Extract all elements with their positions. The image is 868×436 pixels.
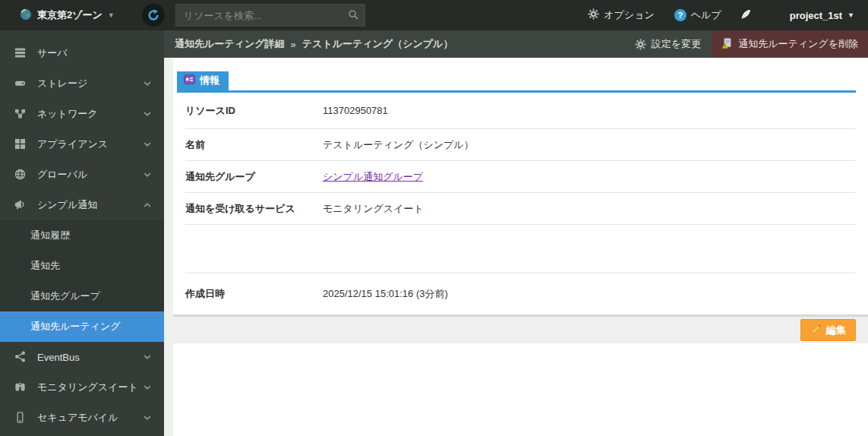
sidebar-item[interactable]: グローバル bbox=[0, 160, 164, 190]
table-spacer-row bbox=[185, 225, 856, 273]
zone-label: 東京第2ゾーン bbox=[37, 8, 103, 22]
row-value: モニタリングスイート bbox=[323, 202, 424, 216]
sidebar-item[interactable]: EventBus bbox=[0, 342, 164, 372]
search-input[interactable] bbox=[175, 4, 365, 27]
edit-button-label: 編集 bbox=[826, 324, 846, 337]
sidebar-item[interactable]: シンプル通知 bbox=[0, 190, 164, 220]
share-icon bbox=[14, 351, 27, 363]
sidebar-subitem[interactable]: 通知先ルーティング bbox=[0, 311, 164, 342]
breadcrumb: 通知先ルーティング詳細 » テストルーティング（シンプル） bbox=[164, 37, 453, 51]
pencil-icon bbox=[810, 324, 822, 337]
zone-selector[interactable]: 東京第2ゾーン ▼ bbox=[20, 8, 115, 23]
sidebar-subitem-label: 通知履歴 bbox=[30, 229, 70, 242]
breadcrumb-separator: » bbox=[291, 39, 296, 50]
mobile-icon bbox=[14, 412, 27, 424]
content-gutter bbox=[164, 58, 173, 436]
breadcrumb-sub: テストルーティング（シンプル） bbox=[302, 37, 453, 51]
row-value: テストルーティング（シンプル） bbox=[323, 138, 474, 152]
footer-bar: 編集 bbox=[173, 314, 868, 343]
sidebar-item-label: EventBus bbox=[37, 352, 143, 363]
search-box bbox=[175, 4, 365, 27]
zone-globe-icon bbox=[20, 8, 32, 23]
chevron-down-icon bbox=[143, 352, 152, 362]
delete-warning-icon bbox=[721, 37, 733, 52]
tab-info-label: 情報 bbox=[200, 74, 219, 87]
table-row: 通知先グループシンプル通知グループ bbox=[185, 161, 856, 193]
sidebar-item-label: シンプル通知 bbox=[37, 198, 143, 212]
sidebar-item-label: モニタリングスイート bbox=[37, 381, 143, 394]
project-selector[interactable]: project_1st ▼ bbox=[790, 10, 854, 21]
options-button[interactable]: オプション bbox=[582, 8, 661, 22]
sidebar-subitem[interactable]: 通知先グループ bbox=[0, 281, 164, 311]
sidebar-item[interactable]: サーバ bbox=[0, 38, 164, 68]
chevron-down-icon bbox=[143, 413, 152, 422]
edit-button[interactable]: 編集 bbox=[800, 319, 856, 341]
help-button[interactable]: ? ヘルプ bbox=[668, 8, 728, 22]
sidebar-item-label: アプライアンス bbox=[37, 137, 143, 151]
sidebar-item[interactable]: セキュアモバイル bbox=[0, 403, 164, 433]
binoculars-icon bbox=[14, 381, 27, 393]
row-label: 名前 bbox=[185, 138, 323, 152]
change-settings-button[interactable]: 設定を変更 bbox=[624, 30, 712, 58]
table-row: 作成日時2025/12/15 15:01:16 (3分前) bbox=[185, 273, 856, 314]
table-row: 名前テストルーティング（シンプル） bbox=[185, 129, 856, 161]
chevron-up-icon bbox=[143, 201, 152, 210]
sidebar-item[interactable]: ネットワーク bbox=[0, 99, 164, 129]
feather-icon[interactable] bbox=[740, 8, 752, 23]
sidebar-item[interactable]: アプライアンス bbox=[0, 129, 164, 160]
row-label: 作成日時 bbox=[185, 287, 323, 301]
network-icon bbox=[14, 108, 27, 120]
change-settings-label: 設定を変更 bbox=[652, 37, 701, 51]
chevron-down-icon bbox=[143, 140, 152, 149]
chevron-down-icon bbox=[143, 109, 152, 118]
topbar: 東京第2ゾーン ▼ オプション ? ヘルプ project_1st ▼ bbox=[0, 0, 868, 30]
sidebar-item[interactable]: モニタリングスイート bbox=[0, 372, 164, 403]
table-row: リソースID113702950781 bbox=[185, 93, 856, 129]
row-label: リソースID bbox=[185, 104, 323, 118]
page-header: 通知先ルーティング詳細 » テストルーティング（シンプル） 設定を変更 通知先ル… bbox=[164, 30, 868, 58]
sidebar-subitem-label: 通知先 bbox=[30, 259, 60, 273]
row-label: 通知を受け取るサービス bbox=[185, 202, 323, 216]
zone-caret-icon: ▼ bbox=[108, 11, 115, 19]
chevron-down-icon bbox=[143, 383, 152, 392]
refresh-button[interactable] bbox=[142, 4, 165, 27]
help-label: ヘルプ bbox=[691, 8, 721, 22]
sidebar-item-label: ネットワーク bbox=[37, 107, 143, 121]
server-icon bbox=[14, 47, 27, 59]
appliance-icon bbox=[14, 138, 27, 150]
sidebar-submenu: 通知履歴通知先通知先グループ通知先ルーティング bbox=[0, 220, 164, 342]
gear-icon bbox=[635, 39, 646, 50]
row-value: 2025/12/15 15:01:16 (3分前) bbox=[323, 287, 448, 301]
row-value: シンプル通知グループ bbox=[323, 170, 423, 184]
sidebar: サーバストレージネットワークアプライアンスグローバルシンプル通知 通知履歴通知先… bbox=[0, 30, 164, 436]
sidebar-item-label: ストレージ bbox=[37, 77, 143, 90]
delete-routing-label: 通知先ルーティングを削除 bbox=[738, 37, 858, 51]
sidebar-item-label: セキュアモバイル bbox=[37, 411, 143, 425]
help-icon: ? bbox=[674, 9, 687, 21]
gear-icon bbox=[588, 8, 599, 22]
sidebar-item-label: グローバル bbox=[37, 168, 143, 182]
chevron-down-icon bbox=[143, 170, 152, 179]
search-icon bbox=[348, 9, 359, 23]
tab-info[interactable]: 情報 bbox=[177, 71, 229, 90]
detail-panel: 情報 リソースID113702950781名前テストルーティング（シンプル）通知… bbox=[173, 58, 868, 436]
delete-routing-button[interactable]: 通知先ルーティングを削除 bbox=[712, 30, 868, 58]
sidebar-item[interactable]: ストレージ bbox=[0, 68, 164, 99]
sidebar-subitem[interactable]: 通知先 bbox=[0, 251, 164, 281]
info-table: リソースID113702950781名前テストルーティング（シンプル）通知先グル… bbox=[185, 93, 856, 314]
chevron-down-icon bbox=[143, 79, 152, 88]
options-label: オプション bbox=[604, 8, 655, 22]
project-caret-icon: ▼ bbox=[847, 11, 854, 19]
storage-icon bbox=[14, 77, 27, 90]
row-label: 通知先グループ bbox=[185, 170, 323, 184]
row-link[interactable]: シンプル通知グループ bbox=[323, 171, 423, 182]
info-card-icon bbox=[184, 74, 195, 87]
globe-icon bbox=[14, 169, 27, 181]
sidebar-subitem-label: 通知先グループ bbox=[30, 289, 100, 303]
sidebar-subitem[interactable]: 通知履歴 bbox=[0, 220, 164, 251]
megaphone-icon bbox=[14, 199, 27, 211]
sidebar-subitem-label: 通知先ルーティング bbox=[30, 320, 121, 333]
row-value: 113702950781 bbox=[323, 105, 388, 116]
project-label: project_1st bbox=[790, 10, 842, 21]
refresh-icon bbox=[147, 8, 160, 22]
